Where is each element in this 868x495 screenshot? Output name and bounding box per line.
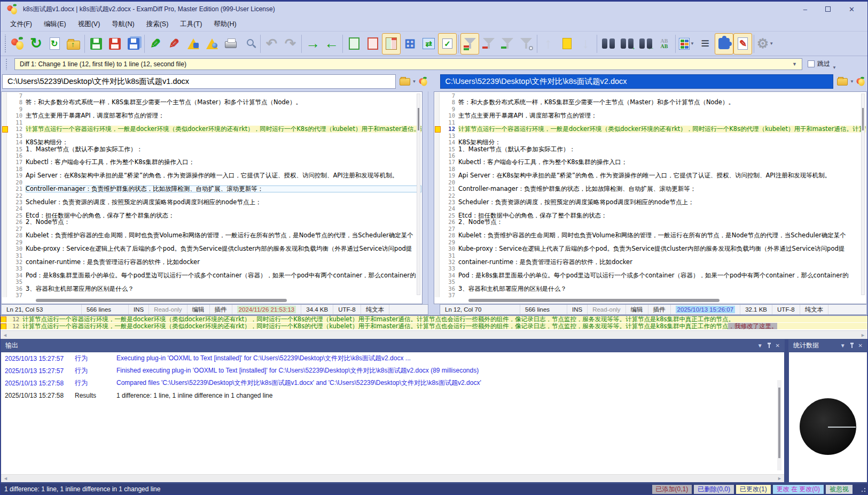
- save-second-file-button[interactable]: [105, 33, 124, 55]
- edit-first-file-button[interactable]: ✎: [146, 33, 165, 55]
- statistics-close-icon[interactable]: ✕: [858, 343, 863, 349]
- compare-mango-icon[interactable]: [419, 78, 427, 86]
- second-file-horizontal-scrollbar[interactable]: [468, 299, 720, 302]
- plugins-button[interactable]: [715, 33, 733, 55]
- merged-horizontal-scrollbar[interactable]: ◄ ►: [1, 330, 867, 339]
- statistics-menu-chevron-icon[interactable]: ▼: [840, 343, 846, 349]
- first-file-path[interactable]: C:\Users\52239\Desktop\文件对比\k8s面试题v1.doc…: [2, 74, 396, 89]
- toolbar-grip[interactable]: [5, 58, 7, 70]
- second-file-chevron-down-icon[interactable]: ▼: [850, 79, 854, 84]
- filter-added-lines-button[interactable]: [498, 33, 517, 55]
- publish-merged-file-button[interactable]: [202, 33, 221, 55]
- output-menu-chevron-icon[interactable]: ▼: [757, 343, 763, 349]
- line-text: [458, 92, 866, 99]
- output-log-row-2[interactable]: 2025/10/13 15:27:57行为Finished executing …: [1, 365, 784, 377]
- settings-button[interactable]: ⚙▼: [756, 33, 775, 55]
- print-button[interactable]: [221, 33, 240, 55]
- statistics-panel-header[interactable]: 统计数据 ▼ ✕: [788, 339, 867, 352]
- close-button[interactable]: ✕: [849, 6, 855, 13]
- compare-files-button[interactable]: [8, 33, 27, 55]
- current-diff-combo[interactable]: Diff 1: Change 1 line (12, first file) t…: [14, 58, 802, 70]
- show-differences-only-button[interactable]: ✓: [438, 33, 457, 55]
- filter-all-differences-button[interactable]: [460, 33, 479, 55]
- resize-grip[interactable]: [859, 485, 866, 493]
- status-segment-3: INS: [567, 305, 588, 314]
- menu-item-2[interactable]: 编辑(E): [38, 18, 72, 30]
- line-marker: [435, 252, 440, 259]
- line-number: 17: [7, 159, 26, 165]
- menu-item-3[interactable]: 视图(V): [73, 18, 106, 30]
- display-options-button[interactable]: ▼: [677, 33, 696, 55]
- maximize-button[interactable]: [825, 6, 831, 13]
- first-file-horizontal-scrollbar[interactable]: [36, 299, 287, 302]
- skip-checkbox[interactable]: [808, 60, 815, 67]
- find-next-button[interactable]: →: [617, 33, 636, 55]
- line-text: 计算节点运行一个容器运行环境，一般是docker环境（类似docker环境的还有…: [22, 316, 734, 322]
- show-first-pane-only-button[interactable]: [345, 33, 363, 55]
- first-file-editor[interactable]: 78答：和大多数分布式系统一样，K8S集群至少需要一个主节点（Master）和多…: [1, 91, 423, 304]
- match-case-button[interactable]: ABAB: [655, 33, 674, 55]
- statistics-pin-icon[interactable]: [851, 343, 853, 348]
- first-file-vertical-scrollbar[interactable]: [417, 94, 420, 295]
- refresh-files-button[interactable]: ↻: [45, 33, 64, 55]
- minimize-button[interactable]: –: [803, 6, 807, 13]
- first-file-chevron-down-icon[interactable]: ▼: [412, 79, 417, 84]
- split-view-button[interactable]: [382, 33, 401, 55]
- horizontal-layout-button[interactable]: ⊞: [401, 33, 419, 55]
- swap-panes-button[interactable]: ⇄: [419, 33, 438, 55]
- second-file-vertical-scrollbar[interactable]: [861, 94, 865, 295]
- output-vertical-scrollbar[interactable]: [777, 380, 781, 470]
- undo-button[interactable]: ↶: [262, 33, 281, 55]
- save-all-files-button[interactable]: [124, 33, 143, 55]
- line-text: 计算节点运行一个容器运行环境，一般是docker环境（类似docker环境的还有…: [22, 323, 777, 329]
- search-files-button[interactable]: [240, 33, 259, 55]
- second-file-editor[interactable]: 78答：和大多数分布式系统一样，K8S集群至少需要一个主节点（Master）和多…: [434, 91, 867, 304]
- next-difference-button[interactable]: →: [303, 33, 322, 55]
- output-log-row-3[interactable]: 2025/10/13 15:27:58行为Compared files 'C:\…: [1, 377, 784, 389]
- menu-item-4[interactable]: 导航(N): [106, 18, 139, 30]
- pane-splitter[interactable]: [423, 91, 434, 304]
- display-options-chevron-down-icon[interactable]: ▼: [690, 41, 694, 46]
- maximize-icon: [825, 6, 831, 12]
- compare-mango-icon[interactable]: [856, 78, 865, 86]
- open-files-button[interactable]: ↑: [64, 33, 83, 55]
- edit-report-button[interactable]: ✎: [733, 33, 752, 55]
- find-previous-button[interactable]: ←: [636, 33, 655, 55]
- scroll-left-icon[interactable]: ◄: [3, 476, 8, 481]
- line-details-button[interactable]: ≡: [696, 33, 715, 55]
- save-merged-file-button[interactable]: [184, 33, 202, 55]
- open-first-file-folder-icon[interactable]: [400, 78, 410, 86]
- menu-item-5[interactable]: 搜索(S): [141, 18, 174, 30]
- filter-search-button[interactable]: [517, 33, 535, 55]
- current-change-button[interactable]: [558, 33, 576, 55]
- merged-diff-strip[interactable]: 12计算节点运行一个容器运行环境，一般是docker环境（类似docker环境的…: [1, 315, 867, 330]
- settings-chevron-down-icon[interactable]: ▼: [769, 41, 773, 46]
- output-panel-header[interactable]: 输出 ▼ ✕: [1, 339, 785, 352]
- menu-item-6[interactable]: 工具(T): [175, 18, 207, 30]
- open-second-file-folder-icon[interactable]: [837, 78, 848, 86]
- scroll-left-icon[interactable]: ◄: [3, 332, 7, 338]
- output-log-row-4[interactable]: 2025/10/13 15:27:58Results1 difference: …: [1, 389, 784, 401]
- recompare-button[interactable]: ↻: [27, 33, 45, 55]
- scroll-right-icon[interactable]: ►: [777, 476, 782, 481]
- filter-deleted-lines-button[interactable]: [479, 33, 498, 55]
- previous-difference-button[interactable]: ←: [322, 33, 341, 55]
- redo-button[interactable]: ↷: [281, 33, 300, 55]
- save-first-file-button[interactable]: [87, 33, 105, 55]
- output-pin-icon[interactable]: [769, 343, 770, 348]
- line-text: Etcd：担任数据中心的角色，保存了整个群集的状态；: [458, 212, 866, 219]
- edit-second-file-button[interactable]: ✎: [165, 33, 184, 55]
- menu-item-7[interactable]: 帮助(H): [208, 18, 241, 30]
- second-file-path[interactable]: C:\Users\52239\Desktop\文件对比\k8s面试题v2.doc…: [440, 74, 834, 89]
- toolbar-divider: [754, 35, 754, 53]
- menu-item-1[interactable]: 文件(F): [5, 18, 37, 30]
- scroll-right-icon[interactable]: ►: [861, 332, 865, 338]
- output-log-row-1[interactable]: 2025/10/13 15:27:57行为Executing plug-in '…: [1, 352, 784, 365]
- skip-chevron-down-icon[interactable]: ▼: [832, 65, 836, 70]
- show-second-pane-only-button[interactable]: [363, 33, 382, 55]
- toolbar-grip[interactable]: [4, 35, 6, 53]
- chevron-down-icon[interactable]: ▼: [792, 61, 797, 67]
- output-close-icon[interactable]: ✕: [776, 343, 780, 349]
- output-horizontal-scrollbar[interactable]: ◄ ►: [1, 474, 784, 482]
- find-button[interactable]: [599, 33, 617, 55]
